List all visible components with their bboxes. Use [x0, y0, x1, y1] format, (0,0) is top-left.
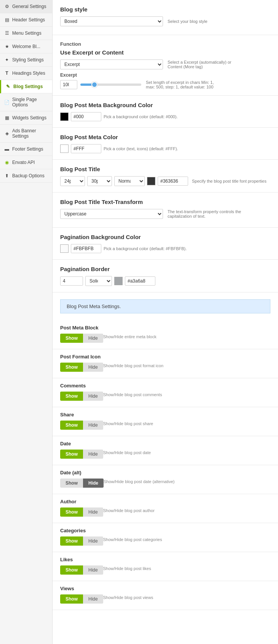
meta-color-desc: Pick a color (text, icons) (default: #FF… [104, 146, 178, 151]
hide-button-author[interactable]: Hide [83, 507, 103, 517]
pagination-bg-input[interactable] [71, 244, 101, 253]
blog-icon [5, 84, 11, 90]
hide-button-comments[interactable]: Hide [83, 392, 103, 401]
sidebar-item-label: Blog Settings [13, 84, 43, 89]
hide-button-share[interactable]: Hide [83, 421, 103, 430]
sidebar-item-menu-settings[interactable]: Menu Settings [0, 27, 52, 40]
sidebar-item-label: Styling Settings [12, 57, 44, 63]
sidebar-item-label: Envato API [12, 160, 35, 165]
envato-icon [4, 159, 10, 165]
sidebar-item-backup-options[interactable]: Backup Options [0, 169, 52, 183]
sidebar-item-label: Widgets Settings [12, 115, 46, 120]
meta-color-swatch[interactable] [60, 145, 69, 153]
meta-section-desc-categories: Show/Hide blog post categories [103, 537, 162, 546]
pagination-bg-section: Pagination Background Color Pick a backg… [53, 228, 278, 260]
sidebar-item-label: Welcome Bl... [12, 44, 40, 49]
hide-button-likes[interactable]: Hide [83, 565, 103, 575]
sidebar: General Settings Header Settings Menu Se… [0, 0, 53, 644]
meta-section-post-format-icon: Post Format IconShowHideShow/Hide blog p… [53, 349, 278, 378]
show-button-post-format-icon[interactable]: Show [60, 363, 83, 372]
btn-group-date-alt: ShowHideShow/Hide blog post date (altern… [60, 479, 270, 488]
meta-color-input[interactable] [71, 144, 101, 153]
sidebar-item-styling-settings[interactable]: Styling Settings [0, 53, 52, 67]
sidebar-item-label: Menu Settings [12, 31, 42, 36]
show-button-date-alt[interactable]: Show [60, 479, 83, 488]
btn-group-categories: ShowHideShow/Hide blog post categories [60, 536, 270, 546]
meta-section-desc-date-alt: Show/Hide blog post date (alternative) [104, 479, 175, 488]
pagination-bg-desc: Pick a background color (default: #FBFBF… [104, 246, 187, 251]
excerpt-label: Excerpt [60, 72, 270, 78]
meta-section-title-post-meta-block: Post Meta Block [60, 325, 270, 331]
sidebar-item-single-page-options[interactable]: Single Page Options [0, 93, 52, 111]
title-transform-row: Uppercase Lowercase Capitalize None The … [60, 209, 270, 219]
btn-group-date: ShowHideShow/Hide blog post date [60, 450, 270, 459]
pagination-border-color-swatch[interactable] [114, 277, 123, 285]
post-meta-settings-wrap: Blog Post Meta Settings. [53, 292, 278, 320]
backup-icon [4, 173, 10, 179]
excerpt-select[interactable]: Excerpt [60, 59, 163, 69]
meta-section-title-views: Views [60, 586, 270, 591]
meta-bg-color-input[interactable] [71, 112, 101, 121]
sidebar-item-label: Headings Styles [12, 71, 45, 76]
meta-section-date-alt: Date (alt)ShowHideShow/Hide blog post da… [53, 465, 278, 494]
sidebar-item-welcome-blog[interactable]: Welcome Bl... [0, 40, 52, 53]
show-button-post-meta-block[interactable]: Show [60, 334, 83, 343]
function-label: Function [60, 41, 270, 47]
sidebar-item-header-settings[interactable]: Header Settings [0, 13, 52, 27]
meta-color-section: Blog Post Meta Color Pick a color (text,… [53, 128, 278, 160]
blog-style-row: Boxed Select your blog style [60, 16, 270, 26]
hide-button-date[interactable]: Hide [83, 450, 103, 459]
excerpt-function-section: Function Use Excerpt or Content Excerpt … [53, 35, 278, 96]
post-title-color-input[interactable] [158, 177, 188, 186]
meta-section-desc-comments: Show/Hide blog post comments [103, 392, 162, 401]
title-transform-section: Blog Post Title Text-Transform Uppercase… [53, 193, 278, 228]
post-title-color-swatch[interactable] [147, 177, 155, 185]
welcome-icon [4, 43, 10, 50]
post-meta-settings-bar: Blog Post Meta Settings. [60, 299, 270, 313]
font-size-select[interactable]: 24px [60, 176, 85, 186]
excerpt-length-input[interactable] [60, 80, 77, 89]
blog-style-select[interactable]: Boxed [60, 16, 163, 26]
hide-button-categories[interactable]: Hide [83, 536, 103, 546]
sidebar-item-headings-styles[interactable]: Headings Styles [0, 67, 52, 80]
show-button-views[interactable]: Show [60, 594, 83, 604]
sidebar-item-ads-banner-settings[interactable]: Ads Banner Settings [0, 125, 52, 143]
excerpt-length-slider[interactable] [80, 84, 141, 86]
show-button-date[interactable]: Show [60, 450, 83, 459]
hide-button-post-meta-block[interactable]: Hide [83, 334, 103, 343]
widget-icon [4, 115, 10, 121]
show-button-categories[interactable]: Show [60, 536, 83, 546]
sidebar-item-label: General Settings [12, 4, 46, 9]
meta-bg-color-title: Blog Post Meta Background Color [60, 102, 270, 108]
meta-bg-color-swatch[interactable] [60, 112, 69, 121]
hide-button-post-format-icon[interactable]: Hide [83, 363, 103, 372]
show-button-likes[interactable]: Show [60, 565, 83, 575]
sidebar-item-blog-settings[interactable]: Blog Settings [0, 80, 52, 93]
pagination-border-size-input[interactable] [60, 276, 83, 286]
title-transform-select[interactable]: Uppercase Lowercase Capitalize None [60, 209, 163, 219]
show-button-comments[interactable]: Show [60, 392, 83, 401]
post-title-font-row: 24px 30px Normal Bold Specify the blog p… [60, 176, 270, 186]
sidebar-item-widgets-settings[interactable]: Widgets Settings [0, 111, 52, 125]
meta-color-title: Blog Post Meta Color [60, 134, 270, 140]
hide-button-views[interactable]: Hide [83, 594, 103, 604]
sidebar-item-footer-settings[interactable]: Footer Settings [0, 143, 52, 156]
hide-button-date-alt[interactable]: Hide [83, 479, 104, 488]
btn-group-post-meta-block: ShowHideShow/Hide entire meta block [60, 334, 270, 343]
pagination-border-style-select[interactable]: Solid Dashed Dotted [85, 276, 112, 286]
pagination-bg-swatch[interactable] [60, 244, 69, 253]
font-weight-select[interactable]: Normal Bold [114, 176, 145, 186]
btn-group-post-format-icon: ShowHideShow/Hide blog post format icon [60, 363, 270, 372]
sidebar-item-envato-api[interactable]: Envato API [0, 156, 52, 169]
page-icon [4, 99, 10, 105]
sidebar-item-general-settings[interactable]: General Settings [0, 0, 52, 13]
excerpt-length-desc: Set length of excerpt in chars Min: 1, m… [146, 80, 222, 89]
meta-section-title-likes: Likes [60, 557, 270, 562]
line-height-select[interactable]: 30px [87, 176, 112, 186]
title-transform-title: Blog Post Title Text-Transform [60, 199, 270, 205]
show-button-author[interactable]: Show [60, 507, 83, 517]
pagination-border-color-input[interactable] [125, 276, 155, 286]
sidebar-item-label: Backup Options [12, 173, 45, 178]
show-button-share[interactable]: Show [60, 421, 83, 430]
meta-section-title-comments: Comments [60, 383, 270, 389]
